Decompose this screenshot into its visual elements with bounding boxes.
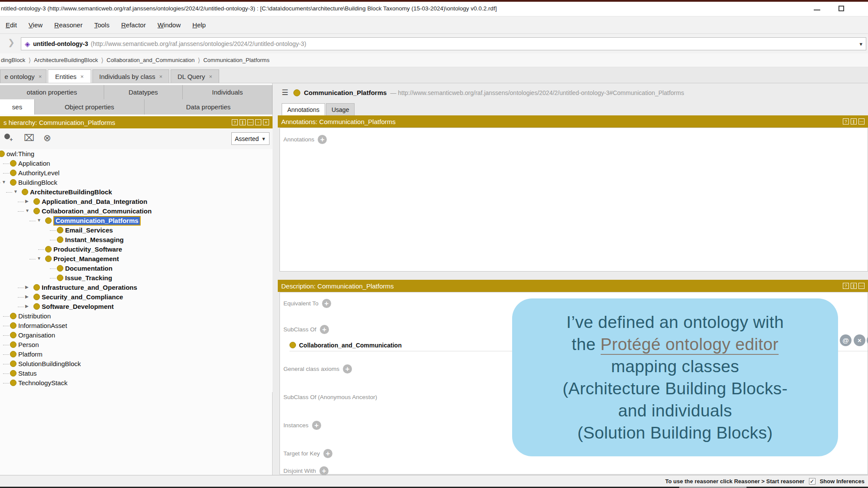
collapse-arrow-icon[interactable]: ▶ [25,285,29,289]
view-tab-usage[interactable]: Usage [326,103,355,115]
tree-label[interactable]: Security_and_Compliance [42,293,123,301]
tree-row-person[interactable]: Person [0,340,273,350]
add-annotation-icon[interactable]: + [318,135,327,144]
menu-help[interactable]: Help [192,21,206,29]
expand-arrow-icon[interactable]: ▼ [2,180,6,184]
tree-row-owl-thing[interactable]: owl:Thing [0,149,273,159]
tab-close-icon[interactable]: × [159,73,163,80]
entity-tab-data-properties[interactable]: Data properties [145,99,273,115]
tree-label[interactable]: Issue_Tracking [65,274,112,282]
forward-chevron-icon[interactable]: ❯ [8,37,15,47]
tree-label[interactable]: Productivity_Software [53,246,122,253]
annotation-close-icon[interactable]: × [854,334,865,346]
tree-label[interactable]: Application_and_Data_Integration [42,198,147,206]
tree-row-project-management[interactable]: ▼Project_Management [0,254,273,264]
tree-label[interactable]: Status [18,370,37,377]
menu-tools[interactable]: Tools [94,21,109,29]
show-inferences-checkbox[interactable]: ✓ [809,478,815,485]
add-disjoint-with-icon[interactable]: + [319,466,329,475]
tree-label[interactable]: owl:Thing [7,150,34,158]
breadcrumb-item[interactable]: Communication_Platforms [203,57,269,63]
tree-row-platform[interactable]: Platform [0,350,273,359]
tree-label[interactable]: Documentation [65,265,112,272]
tree-row-issue-tracking[interactable]: Issue_Tracking [0,273,273,283]
tree-label[interactable]: Infrastructure_and_Operations [42,284,137,291]
menu-edit[interactable]: Edit [6,21,17,29]
annotation-mention-icon[interactable]: @ [840,334,852,346]
tree-row-informationasset[interactable]: InformationAsset [0,321,273,331]
menu-view[interactable]: View [29,21,43,29]
tree-row-instant-messaging[interactable]: Instant_Messaging [0,235,273,245]
tree-row-architecturebuildingblock[interactable]: ▼ArchitectureBuildingBlock [0,187,273,197]
active-ontology-combobox[interactable]: ◈ untitled-ontology-3 (http://www.semant… [21,37,866,50]
tree-label[interactable]: Email_Services [65,226,113,234]
tree-label[interactable]: Platform [18,350,43,358]
tree-row-organisation[interactable]: Organisation [0,331,273,340]
tree-label[interactable]: ArchitectureBuildingBlock [30,188,112,196]
tree-row-authoritylevel[interactable]: AuthorityLevel [0,168,273,178]
tab-close-icon[interactable]: × [209,73,213,80]
entity-tab-otation-properties[interactable]: otation properties [0,85,104,99]
menu-window[interactable]: Window [158,21,181,29]
remove-class-icon[interactable]: ⊗ [43,133,51,143]
tree-row-technologystack[interactable]: TechnologyStack [0,378,273,388]
add-equivalent-to-icon[interactable]: + [322,299,331,308]
vsplit-icon[interactable]: ∥ [240,119,246,125]
tree-label[interactable]: Organisation [18,331,55,339]
tree-label[interactable]: AuthorityLevel [18,169,59,177]
tree-label[interactable]: Person [18,341,39,349]
add-target-for-key-icon[interactable]: + [323,449,332,458]
tree-row-documentation[interactable]: Documentation [0,264,273,273]
tree-row-collaboration-and-communication[interactable]: ▼Collaboration_and_Communication [0,206,273,216]
hierarchy-view-dropdown[interactable]: Asserted ▼ [231,132,270,145]
tree-row-application-and-data-integration[interactable]: ▶Application_and_Data_Integration [0,197,273,206]
hsplit-icon[interactable]: — [858,118,865,124]
tree-label[interactable]: InformationAsset [18,322,67,330]
tree-row-application[interactable]: Application [0,159,273,168]
tab-close-icon[interactable]: × [39,73,42,80]
help-icon[interactable]: ? [232,119,238,125]
breadcrumb-item[interactable]: ArchitectureBuildingBlock [34,57,98,63]
tree-row-buildingblock[interactable]: ▼BuildingBlock [0,178,273,187]
entity-tab-individuals[interactable]: Individuals [183,85,273,99]
tab-close-icon[interactable]: × [80,73,84,80]
entity-tab-datatypes[interactable]: Datatypes [104,85,183,99]
tree-row-security-and-compliance[interactable]: ▶Security_and_Compliance [0,292,273,302]
tree-label[interactable]: SolutionBuildingBlock [18,360,81,368]
hsplit-icon[interactable]: — [858,283,865,289]
delete-class-icon[interactable]: ⌧ [24,133,34,143]
workspace-tab-dl-query[interactable]: DL Query× [171,69,219,83]
tree-row-software-development[interactable]: ▶Software_Development [0,302,273,311]
maximize-button[interactable] [838,6,844,11]
close-icon[interactable]: × [263,119,269,125]
tree-row-communication-platforms[interactable]: ▼Communication_Platforms [0,216,273,226]
tree-row-status[interactable]: Status [0,369,273,378]
collapse-arrow-icon[interactable]: ▶ [25,304,29,308]
vsplit-icon[interactable]: ∥ [851,118,857,124]
section-item-label[interactable]: Collaboration_and_Communication [299,342,401,349]
expand-arrow-icon[interactable]: ▼ [13,189,18,194]
help-icon[interactable]: ? [843,283,849,289]
tree-label[interactable]: Distribution [18,312,51,320]
menu-refactor[interactable]: Refactor [121,21,146,29]
breadcrumb-item[interactable]: Collaboration_and_Communication [107,57,195,63]
minimize-button[interactable] [814,10,820,10]
tree-label[interactable]: Software_Development [42,303,114,311]
combobox-caret-icon[interactable]: ▾ [859,41,862,47]
expand-arrow-icon[interactable]: ▼ [25,208,30,213]
menu-reasoner[interactable]: Reasoner [54,21,82,29]
workspace-tab-e-ontology[interactable]: e ontology× [0,69,46,83]
tree-label[interactable]: Application [18,160,50,167]
view-tab-annotations[interactable]: Annotations [282,103,325,115]
collapse-arrow-icon[interactable]: ▶ [25,294,29,299]
tree-row-productivity-software[interactable]: Productivity_Software [0,245,273,254]
add-general-class-axioms-icon[interactable]: + [343,364,352,373]
tree-row-email-services[interactable]: Email_Services [0,226,273,235]
workspace-tab-individuals-by-class[interactable]: Individuals by class× [92,69,169,83]
add-subclass-of-icon[interactable]: + [320,325,329,334]
entity-tab-ses[interactable]: ses [0,99,35,115]
tree-label[interactable]: TechnologyStack [18,379,67,387]
workspace-tab-entities[interactable]: Entities× [48,69,91,83]
entity-tab-object-properties[interactable]: Object properties [35,99,145,115]
expand-arrow-icon[interactable]: ▼ [37,218,41,223]
